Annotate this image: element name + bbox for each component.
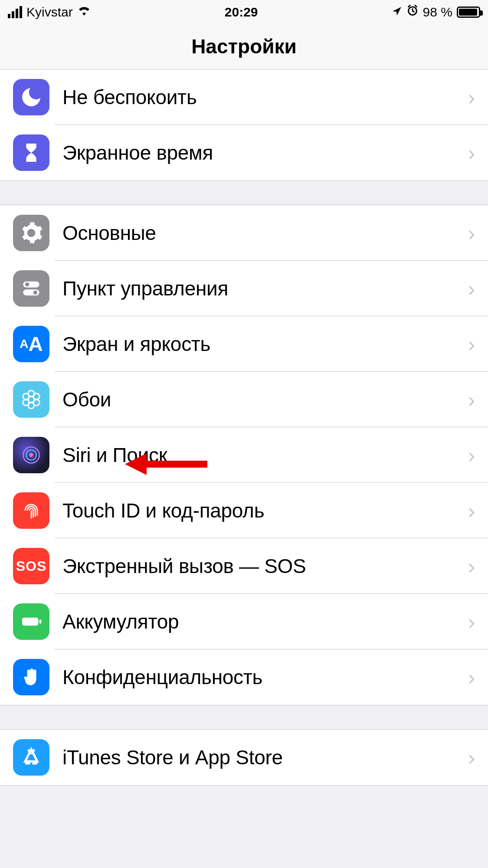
row-dnd[interactable]: Не беспокоить › <box>0 69 488 125</box>
chevron-right-icon: › <box>468 443 475 467</box>
toggles-icon <box>13 270 49 307</box>
settings-section-0: Не беспокоить › Экранное время › <box>0 69 488 181</box>
chevron-right-icon: › <box>468 499 475 523</box>
row-display-brightness[interactable]: AA Экран и яркость › <box>0 316 488 372</box>
row-general[interactable]: Основные › <box>0 205 488 261</box>
chevron-right-icon: › <box>468 85 475 109</box>
row-label: Основные <box>62 221 468 245</box>
row-siri-search[interactable]: Siri и Поиск › <box>0 427 488 483</box>
chevron-right-icon: › <box>468 554 475 578</box>
row-screentime[interactable]: Экранное время › <box>0 125 488 180</box>
page-title: Настройки <box>191 35 297 58</box>
chevron-right-icon: › <box>468 277 475 301</box>
hand-icon <box>13 659 49 695</box>
wifi-icon <box>77 4 91 20</box>
row-privacy[interactable]: Конфиденциальность › <box>0 649 488 705</box>
svg-point-2 <box>25 282 29 286</box>
row-itunes-appstore[interactable]: iTunes Store и App Store › <box>0 730 488 785</box>
battery-full-icon <box>13 603 49 640</box>
chevron-right-icon: › <box>468 332 475 356</box>
sos-icon: SOS <box>13 548 49 584</box>
row-label: Экран и яркость <box>62 332 468 356</box>
cellular-signal-icon <box>8 6 22 18</box>
fingerprint-icon <box>13 492 49 529</box>
status-left: Kyivstar <box>8 4 91 20</box>
text-size-icon: AA <box>13 326 49 362</box>
settings-section-1: Основные › Пункт управления › AA Экран и… <box>0 205 488 705</box>
alarm-icon <box>406 4 419 20</box>
row-label: Пункт управления <box>62 277 468 300</box>
chevron-right-icon: › <box>468 388 475 412</box>
row-label: Аккумулятор <box>62 610 468 633</box>
row-touch-id[interactable]: Touch ID и код-пароль › <box>0 483 488 538</box>
section-gap <box>0 181 488 205</box>
svg-rect-15 <box>22 618 38 626</box>
location-icon <box>392 5 402 20</box>
battery-percent: 98 % <box>423 5 452 20</box>
chevron-right-icon: › <box>468 610 475 634</box>
row-label: Конфиденциальность <box>62 665 468 689</box>
row-battery[interactable]: Аккумулятор › <box>0 594 488 649</box>
row-label: Обои <box>62 388 468 411</box>
carrier-label: Kyivstar <box>26 5 73 20</box>
section-gap <box>0 705 488 729</box>
svg-point-8 <box>23 393 29 400</box>
svg-rect-16 <box>39 619 42 623</box>
battery-icon <box>457 7 480 18</box>
status-right: 98 % <box>392 4 480 20</box>
chevron-right-icon: › <box>468 665 475 689</box>
siri-icon <box>13 437 49 473</box>
moon-icon <box>13 79 49 115</box>
nav-header: Настройки <box>0 24 488 69</box>
status-time: 20:29 <box>225 5 258 20</box>
chevron-right-icon: › <box>468 141 475 165</box>
row-label: Экстренный вызов — SOS <box>62 554 468 578</box>
row-label: Не беспокоить <box>62 85 468 109</box>
svg-point-4 <box>33 291 37 295</box>
chevron-right-icon: › <box>468 221 475 245</box>
svg-point-11 <box>33 400 39 406</box>
appstore-icon <box>13 739 49 776</box>
row-label: Экранное время <box>62 141 468 164</box>
svg-point-9 <box>33 393 39 400</box>
row-sos[interactable]: SOS Экстренный вызов — SOS › <box>0 538 488 594</box>
hourglass-icon <box>13 134 49 171</box>
row-wallpaper[interactable]: Обои › <box>0 372 488 427</box>
gear-icon <box>13 215 49 251</box>
flower-icon <box>13 381 49 418</box>
svg-point-14 <box>29 453 33 457</box>
settings-section-2: iTunes Store и App Store › <box>0 729 488 786</box>
row-label: iTunes Store и App Store <box>62 746 468 769</box>
svg-point-10 <box>23 400 29 406</box>
row-label: Siri и Поиск <box>62 443 468 467</box>
chevron-right-icon: › <box>468 746 475 770</box>
status-bar: Kyivstar 20:29 98 % <box>0 0 488 24</box>
row-control-center[interactable]: Пункт управления › <box>0 261 488 316</box>
row-label: Touch ID и код-пароль <box>62 499 468 522</box>
